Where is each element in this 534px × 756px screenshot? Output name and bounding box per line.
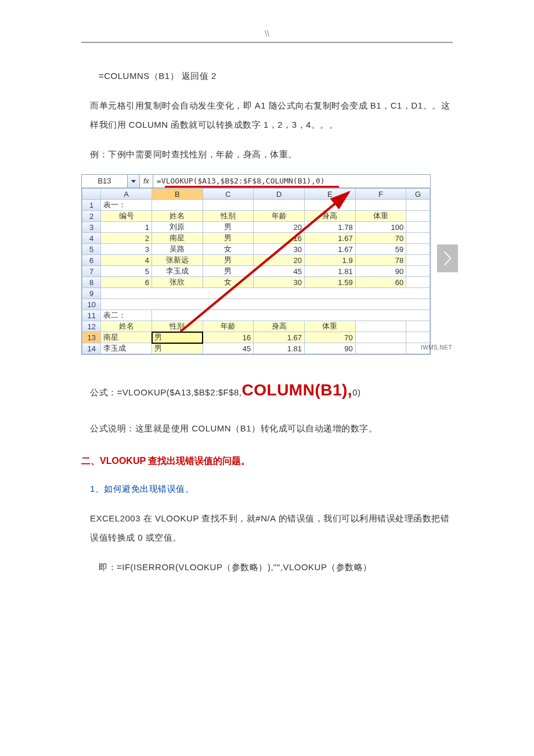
cell[interactable]: [406, 233, 430, 244]
cell[interactable]: 女: [203, 244, 254, 255]
cell[interactable]: 女: [203, 277, 254, 288]
row-header-3[interactable]: 3: [82, 222, 101, 233]
cell[interactable]: 1.67: [254, 332, 305, 343]
t2-hdr[interactable]: 姓名: [101, 321, 152, 332]
cell[interactable]: [406, 244, 430, 255]
cell[interactable]: 6: [101, 277, 152, 288]
name-box-dropdown-icon[interactable]: [128, 175, 140, 188]
cell[interactable]: 李玉成: [152, 266, 203, 277]
select-all-corner[interactable]: [82, 189, 101, 200]
cell[interactable]: 南星: [152, 233, 203, 244]
cell[interactable]: 男: [203, 266, 254, 277]
row-header-8[interactable]: 8: [82, 277, 101, 288]
cell[interactable]: [355, 332, 406, 343]
cell[interactable]: [406, 200, 430, 211]
t2-hdr[interactable]: 体重: [304, 321, 355, 332]
t1-hdr[interactable]: 年龄: [254, 211, 305, 222]
cell[interactable]: [406, 266, 430, 277]
cell[interactable]: 1.59: [304, 277, 355, 288]
cell[interactable]: [406, 332, 430, 343]
t2-hdr[interactable]: 年龄: [203, 321, 254, 332]
cell[interactable]: 59: [355, 244, 406, 255]
cell-A11[interactable]: 表二：: [101, 310, 152, 321]
row-header-10[interactable]: 10: [82, 299, 101, 310]
cell[interactable]: [406, 211, 430, 222]
cell[interactable]: 100: [355, 222, 406, 233]
cell[interactable]: [152, 200, 203, 211]
cell[interactable]: [304, 200, 355, 211]
next-chevron-icon[interactable]: [437, 244, 458, 272]
cell[interactable]: 60: [355, 277, 406, 288]
cell[interactable]: 1.67: [304, 244, 355, 255]
t1-hdr[interactable]: 编号: [101, 211, 152, 222]
col-header-G[interactable]: G: [406, 189, 430, 200]
cell[interactable]: [406, 321, 430, 332]
row-header-1[interactable]: 1: [82, 200, 101, 211]
cell[interactable]: 16: [254, 233, 305, 244]
cell[interactable]: [152, 310, 430, 321]
cell[interactable]: 90: [355, 266, 406, 277]
cell[interactable]: 90: [304, 343, 355, 354]
cell[interactable]: 1: [101, 222, 152, 233]
row-header-5[interactable]: 5: [82, 244, 101, 255]
t1-hdr[interactable]: 姓名: [152, 211, 203, 222]
formula-input[interactable]: =VLOOKUP($A13,$B$2:$F$8,COLUMN(B1),0): [153, 175, 430, 188]
cell[interactable]: 20: [254, 255, 305, 266]
cell[interactable]: 3: [101, 244, 152, 255]
col-header-A[interactable]: A: [101, 189, 152, 200]
col-header-C[interactable]: C: [203, 189, 254, 200]
cell[interactable]: 张欣: [152, 277, 203, 288]
cell[interactable]: 1.9: [304, 255, 355, 266]
cell[interactable]: [355, 321, 406, 332]
row-header-4[interactable]: 4: [82, 233, 101, 244]
cell[interactable]: 5: [101, 266, 152, 277]
row-header-7[interactable]: 7: [82, 266, 101, 277]
cell[interactable]: 30: [254, 244, 305, 255]
cell[interactable]: 16: [203, 332, 254, 343]
cell[interactable]: 男: [203, 222, 254, 233]
cell-B13-selected[interactable]: 男: [152, 332, 203, 343]
cell[interactable]: 1.81: [254, 343, 305, 354]
cell[interactable]: 70: [355, 233, 406, 244]
cell[interactable]: [254, 200, 305, 211]
cell[interactable]: [203, 200, 254, 211]
cell[interactable]: 张新远: [152, 255, 203, 266]
cell[interactable]: [406, 277, 430, 288]
cell[interactable]: 1.78: [304, 222, 355, 233]
col-header-D[interactable]: D: [254, 189, 305, 200]
col-header-E[interactable]: E: [304, 189, 355, 200]
cell[interactable]: 2: [101, 233, 152, 244]
fx-icon[interactable]: fx: [140, 175, 153, 188]
cell[interactable]: 45: [254, 266, 305, 277]
row-header-12[interactable]: 12: [82, 321, 101, 332]
cell[interactable]: 李玉成: [101, 343, 152, 354]
cell[interactable]: [406, 255, 430, 266]
t1-hdr[interactable]: 身高: [304, 211, 355, 222]
cell[interactable]: [355, 343, 406, 354]
cell[interactable]: 45: [203, 343, 254, 354]
cell[interactable]: [101, 299, 430, 310]
row-header-9[interactable]: 9: [82, 288, 101, 299]
cell-A1[interactable]: 表一：: [101, 200, 152, 211]
t2-hdr[interactable]: 性别: [152, 321, 203, 332]
cell[interactable]: 男: [203, 233, 254, 244]
cell[interactable]: [101, 288, 430, 299]
cell[interactable]: 男: [203, 255, 254, 266]
cell[interactable]: 78: [355, 255, 406, 266]
row-header-13[interactable]: 13: [82, 332, 101, 343]
t1-hdr[interactable]: 性别: [203, 211, 254, 222]
row-header-2[interactable]: 2: [82, 211, 101, 222]
cell[interactable]: 1.81: [304, 266, 355, 277]
cell[interactable]: 20: [254, 222, 305, 233]
cell[interactable]: 70: [304, 332, 355, 343]
cell[interactable]: [406, 222, 430, 233]
cell[interactable]: 刘原: [152, 222, 203, 233]
cell[interactable]: 4: [101, 255, 152, 266]
cell[interactable]: 30: [254, 277, 305, 288]
cell[interactable]: 南星: [101, 332, 152, 343]
name-box[interactable]: B13: [82, 175, 128, 188]
row-header-11[interactable]: 11: [82, 310, 101, 321]
cell[interactable]: [355, 200, 406, 211]
cell[interactable]: 1.67: [304, 233, 355, 244]
t1-hdr[interactable]: 体重: [355, 211, 406, 222]
